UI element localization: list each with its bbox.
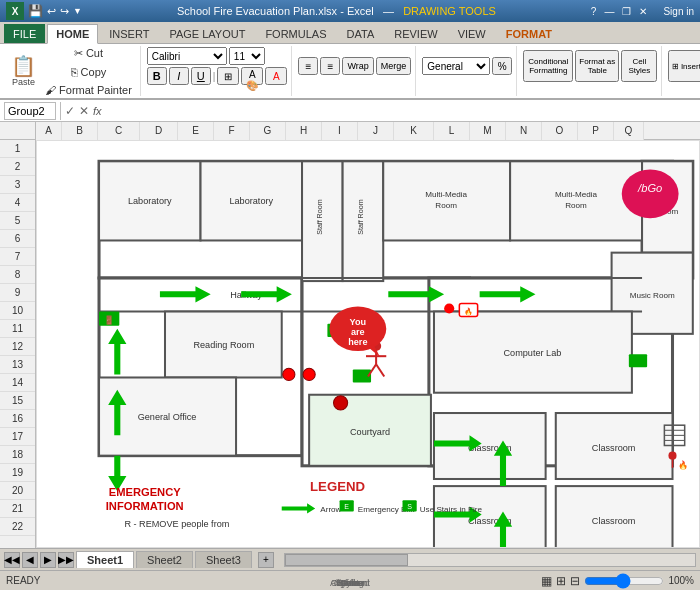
insert-cells-button[interactable]: ⊞ Insert — [668, 50, 700, 82]
tab-review[interactable]: REVIEW — [385, 24, 446, 43]
row-18[interactable]: 18 — [0, 446, 35, 464]
row-3[interactable]: 3 — [0, 176, 35, 194]
row-12[interactable]: 12 — [0, 338, 35, 356]
svg-text:Music Room: Music Room — [630, 291, 675, 300]
formula-check-icon[interactable]: ✓ — [65, 104, 75, 118]
sheet-tab-2[interactable]: Sheet2 — [136, 551, 193, 568]
number-format-select[interactable]: General — [422, 57, 490, 75]
wrap-text-button[interactable]: Wrap — [342, 57, 373, 75]
row-5[interactable]: 5 — [0, 212, 35, 230]
col-H[interactable]: H — [286, 122, 322, 140]
drawing-tools-label: DRAWING TOOLS — [403, 5, 496, 17]
svg-text:here: here — [348, 337, 367, 347]
row-9[interactable]: 9 — [0, 284, 35, 302]
svg-point-63 — [444, 303, 454, 313]
percent-button[interactable]: % — [492, 57, 512, 75]
col-M[interactable]: M — [470, 122, 506, 140]
row-10[interactable]: 10 — [0, 302, 35, 320]
row-8[interactable]: 8 — [0, 266, 35, 284]
paste-button[interactable]: 📋 Paste — [8, 53, 39, 89]
quick-save[interactable]: 💾 — [28, 4, 43, 18]
align-left-button[interactable]: ≡ — [298, 57, 318, 75]
merge-button[interactable]: Merge — [376, 57, 412, 75]
sheet-nav-first[interactable]: ◀◀ — [4, 552, 20, 568]
formula-fx-icon[interactable]: fx — [93, 105, 102, 117]
restore-button[interactable]: ❐ — [622, 6, 631, 17]
col-O[interactable]: O — [542, 122, 578, 140]
tab-file[interactable]: FILE — [4, 24, 45, 43]
svg-point-61 — [303, 368, 315, 380]
col-C[interactable]: C — [98, 122, 140, 140]
row-16[interactable]: 16 — [0, 410, 35, 428]
font-color-button[interactable]: A — [265, 67, 287, 85]
col-F[interactable]: F — [214, 122, 250, 140]
col-Q[interactable]: Q — [614, 122, 644, 140]
col-K[interactable]: K — [394, 122, 434, 140]
format-painter-button[interactable]: 🖌 Format Painter — [41, 82, 136, 98]
row-6[interactable]: 6 — [0, 230, 35, 248]
bold-button[interactable]: B — [147, 67, 167, 85]
col-D[interactable]: D — [140, 122, 178, 140]
col-P[interactable]: P — [578, 122, 614, 140]
copy-button[interactable]: ⎘ Copy — [41, 64, 136, 80]
row-15[interactable]: 15 — [0, 392, 35, 410]
italic-button[interactable]: I — [169, 67, 189, 85]
svg-text:Laboratory: Laboratory — [229, 196, 273, 206]
col-B[interactable]: B — [62, 122, 98, 140]
help-button[interactable]: ? — [591, 6, 597, 17]
sheet-tab-3[interactable]: Sheet3 — [195, 551, 252, 568]
row-19[interactable]: 19 — [0, 464, 35, 482]
sheet-nav-next[interactable]: ▶ — [40, 552, 56, 568]
close-button[interactable]: ✕ — [639, 6, 647, 17]
align-center-button[interactable]: ≡ — [320, 57, 340, 75]
conditional-format-button[interactable]: Conditional Formatting — [523, 50, 573, 82]
sheet-nav-prev[interactable]: ◀ — [22, 552, 38, 568]
row-20[interactable]: 20 — [0, 482, 35, 500]
row-14[interactable]: 14 — [0, 374, 35, 392]
row-13[interactable]: 13 — [0, 356, 35, 374]
format-table-button[interactable]: Format as Table — [575, 50, 619, 82]
row-21[interactable]: 21 — [0, 500, 35, 518]
quick-dropdown[interactable]: ▼ — [73, 6, 82, 16]
formula-input[interactable] — [106, 102, 696, 120]
sheet-nav-last[interactable]: ▶▶ — [58, 552, 74, 568]
tab-insert[interactable]: INSERT — [100, 24, 158, 43]
row-1[interactable]: 1 — [0, 140, 35, 158]
col-E[interactable]: E — [178, 122, 214, 140]
tab-formulas[interactable]: FORMULAS — [256, 24, 335, 43]
row-22[interactable]: 22 — [0, 518, 35, 536]
tab-format[interactable]: FORMAT — [497, 24, 561, 43]
col-L[interactable]: L — [434, 122, 470, 140]
quick-undo[interactable]: ↩ — [47, 5, 56, 18]
underline-button[interactable]: U — [191, 67, 211, 85]
col-G[interactable]: G — [250, 122, 286, 140]
grid-content[interactable]: Laboratory Laboratory Staff Room Staff R… — [36, 140, 700, 548]
add-sheet-button[interactable]: + — [258, 552, 274, 568]
tab-pagelayout[interactable]: PAGE LAYOUT — [160, 24, 254, 43]
minimize-button[interactable]: — — [604, 6, 614, 17]
row-11[interactable]: 11 — [0, 320, 35, 338]
col-N[interactable]: N — [506, 122, 542, 140]
row-17[interactable]: 17 — [0, 428, 35, 446]
tab-home[interactable]: HOME — [47, 24, 98, 44]
fill-color-button[interactable]: A🎨 — [241, 67, 263, 85]
col-J[interactable]: J — [358, 122, 394, 140]
row-headers: 1 2 3 4 5 6 7 8 9 10 11 12 13 14 15 16 1… — [0, 140, 36, 548]
quick-redo[interactable]: ↪ — [60, 5, 69, 18]
cell-reference-input[interactable]: Group2 — [4, 102, 56, 120]
row-4[interactable]: 4 — [0, 194, 35, 212]
col-A[interactable]: A — [36, 122, 62, 140]
signin-button[interactable]: Sign in — [663, 6, 694, 17]
cell-styles-button[interactable]: Cell Styles — [621, 50, 657, 82]
sheet-tab-1[interactable]: Sheet1 — [76, 551, 134, 568]
row-7[interactable]: 7 — [0, 248, 35, 266]
row-2[interactable]: 2 — [0, 158, 35, 176]
formula-cancel-icon[interactable]: ✕ — [79, 104, 89, 118]
col-I[interactable]: I — [322, 122, 358, 140]
font-family-select[interactable]: Calibri — [147, 47, 227, 65]
cut-button[interactable]: ✂ Cut — [41, 45, 136, 62]
border-button[interactable]: ⊞ — [217, 67, 239, 85]
tab-data[interactable]: DATA — [338, 24, 384, 43]
tab-view[interactable]: VIEW — [449, 24, 495, 43]
font-size-select[interactable]: 11 — [229, 47, 265, 65]
